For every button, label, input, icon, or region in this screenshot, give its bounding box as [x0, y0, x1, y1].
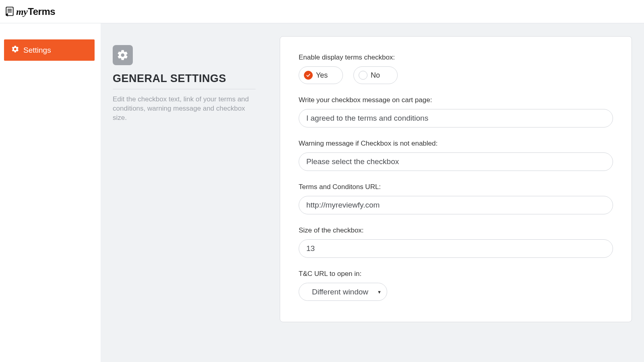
sidebar-item-settings[interactable]: Settings [4, 39, 95, 61]
radio-empty-icon [359, 71, 367, 80]
field-checkbox-size: Size of the checkbox: [299, 226, 613, 258]
tc-url-input[interactable] [299, 196, 613, 214]
checkbox-size-input[interactable] [299, 239, 613, 258]
brand-logo: myTerms [4, 6, 55, 17]
field-tc-url: Terms and Conditons URL: [299, 183, 613, 214]
intro-panel: GENERAL SETTINGS Edit the checkbox text,… [113, 36, 256, 123]
field-warning-message: Warning message if Checkbox is not enabl… [299, 140, 613, 171]
check-icon [304, 71, 313, 80]
content: GENERAL SETTINGS Edit the checkbox text,… [101, 23, 644, 362]
field-label: Write your checkbox message on cart page… [299, 96, 613, 104]
brand-suffix: Terms [28, 6, 55, 17]
radio-no[interactable]: No [353, 66, 398, 84]
field-enable-display: Enable display terms checkbox: Yes No [299, 53, 613, 84]
warning-message-input[interactable] [299, 152, 613, 171]
topbar: myTerms [0, 0, 644, 23]
field-label: T&C URL to open in: [299, 270, 613, 278]
field-checkbox-message: Write your checkbox message on cart page… [299, 96, 613, 128]
checkbox-message-input[interactable] [299, 109, 613, 128]
field-label: Terms and Conditons URL: [299, 183, 613, 191]
main-area: Settings GENERAL SETTINGS Edit the check… [0, 23, 644, 362]
page-title: GENERAL SETTINGS [113, 72, 256, 89]
field-label: Warning message if Checkbox is not enabl… [299, 140, 613, 148]
field-label: Enable display terms checkbox: [299, 53, 613, 62]
open-in-select-wrap: Different window ▼ [299, 283, 387, 301]
open-in-select[interactable]: Different window [299, 283, 387, 301]
page-description: Edit the checkbox text, link of your ter… [113, 95, 256, 123]
brand-name: myTerms [16, 6, 55, 17]
brand-prefix: my [16, 6, 27, 17]
sidebar: Settings [0, 23, 101, 362]
settings-card: Enable display terms checkbox: Yes No [280, 36, 632, 322]
radio-label: Yes [316, 71, 328, 80]
radio-label: No [371, 71, 380, 80]
sidebar-item-label: Settings [23, 46, 51, 55]
radio-yes[interactable]: Yes [299, 66, 343, 84]
field-open-in: T&C URL to open in: Different window ▼ [299, 270, 613, 301]
gear-icon [113, 45, 133, 65]
field-label: Size of the checkbox: [299, 226, 613, 234]
gear-icon [11, 45, 19, 55]
radio-group-enable: Yes No [299, 66, 613, 84]
document-icon [4, 6, 15, 17]
